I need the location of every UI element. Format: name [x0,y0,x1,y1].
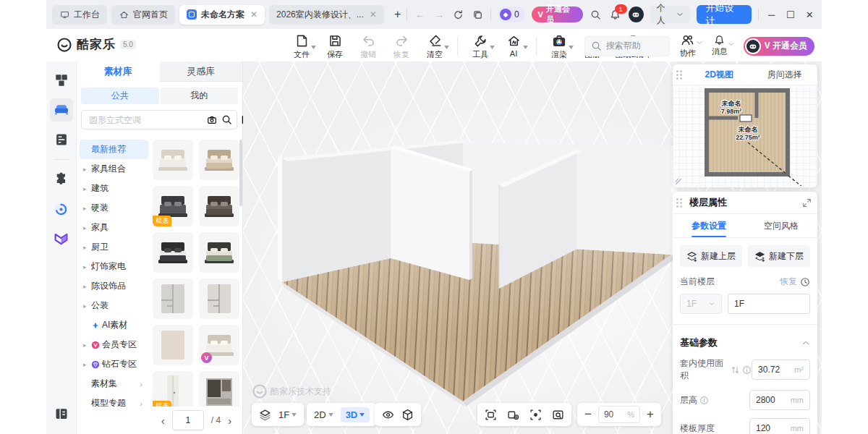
scope-public[interactable]: 公共 [81,88,159,104]
close-tab-icon[interactable]: ✕ [370,9,377,20]
view-3d-button[interactable]: 3D [341,407,370,422]
collapse-icon[interactable] [801,339,810,347]
category-4[interactable]: ▸家具 [80,218,148,237]
param-input-2[interactable]: 120mm [749,418,810,434]
search-icon[interactable] [590,8,602,21]
close-button[interactable]: ✕ [804,9,816,20]
browser-tab-2[interactable]: 未命名方案✕ [179,5,265,25]
restore-button[interactable]: 恢复 [780,276,797,288]
param-input-0[interactable]: 30.72m² [752,359,810,380]
scrollbar[interactable] [239,140,242,206]
new-tab-button[interactable]: + [388,5,407,24]
category-6[interactable]: ▸灯饰家电 [80,257,148,276]
material-item-bed-bw[interactable] [153,232,193,273]
material-item-bed-dark[interactable]: 精选 [153,186,193,226]
material-search-box[interactable] [81,110,237,129]
new-lower-floor-button[interactable]: 新建下层 [748,245,810,267]
param-input-1[interactable]: 2800mm [749,390,810,410]
refresh-icon[interactable] [452,8,464,21]
toolbar-save-button[interactable]: 保存 [318,31,352,60]
toolbar-redo-button[interactable]: 恢复 [385,31,418,60]
tab-parameter-settings[interactable]: 参数设置 [673,214,745,237]
rail-shelf-icon[interactable] [50,128,73,151]
collaborate-button[interactable]: 协作 [680,33,702,59]
cube-view-icon[interactable] [401,409,414,421]
category-0[interactable]: 最新推荐 [80,140,148,159]
toolbar-erase-button[interactable]: 清空 [418,31,451,60]
rail-swirl-icon[interactable] [50,197,73,221]
floor-name-input[interactable]: 1F [728,294,810,314]
start-design-button[interactable]: 开始设计 [697,5,752,24]
notifications-button[interactable]: 1 [609,8,622,21]
swap-icon[interactable] [731,365,740,375]
toolbar-render-button[interactable]: 渲染 [542,31,576,60]
material-search-input[interactable] [88,114,203,126]
new-upper-floor-button[interactable]: 新建上层 [680,245,742,267]
info-icon[interactable] [742,365,752,375]
category-1[interactable]: ▸家具组合 [80,159,148,179]
category-10[interactable]: ▸会员专区 [80,335,148,354]
image-search-icon[interactable] [207,115,217,125]
browser-tab-1[interactable]: 官网首页 [111,5,175,25]
workspace-switcher[interactable]: 个人 [650,6,690,23]
category-5[interactable]: ▸厨卫 [80,237,148,257]
material-item-bed-green[interactable] [199,232,239,273]
browser-tab-3[interactable]: 2026室内装修设计、...✕ [269,5,384,25]
search-icon[interactable] [221,114,232,125]
assistant-avatar[interactable] [629,7,644,22]
category-7[interactable]: ▸陈设饰品 [80,276,148,296]
tab-material-library[interactable]: 素材库 [77,61,160,82]
material-item-wardrobe-grey2[interactable] [199,278,239,319]
zoom-input[interactable]: 90% [598,406,640,423]
category-3[interactable]: ▸硬装 [80,198,148,218]
messages-button[interactable]: 消息 [712,35,733,57]
material-item-wardrobe-grey[interactable] [153,278,193,319]
drag-handle[interactable] [676,70,686,80]
category-13[interactable]: 模型专题› [80,393,148,407]
page-input[interactable]: 1 [172,410,204,430]
open-membership-button[interactable]: V 开通会员 [744,37,814,56]
toolbar-file-button[interactable]: 文件 [285,31,318,60]
coin-balance[interactable]: ◆0 [498,7,525,22]
category-2[interactable]: ▸建筑 [80,179,148,198]
expand-icon[interactable] [802,198,812,208]
close-tab-icon[interactable]: ✕ [250,9,258,20]
info-icon[interactable] [699,396,709,405]
rail-collapse-icon[interactable] [50,402,73,425]
history-clock-icon[interactable] [800,277,810,287]
view-2d-button[interactable]: 2D [314,409,333,420]
zoom-out-button[interactable]: − [584,407,592,422]
help-search-box[interactable]: 搜索帮助 [584,36,670,56]
rail-sofa-icon[interactable] [50,98,73,122]
forward-icon[interactable]: → [433,8,446,21]
design-canvas-3d[interactable]: 酷家乐技术支持 1F 2D 3D − 90% + [243,61,822,434]
toolbar-undo-button[interactable]: 撤销 [352,31,385,60]
prev-page-button[interactable]: ‹ [161,414,165,427]
category-9[interactable]: AI素材 [80,315,148,335]
scope-mine[interactable]: 我的 [161,88,239,104]
material-item-bed-beige[interactable] [199,140,239,180]
zoom-in-button[interactable]: + [647,407,654,422]
rail-blocks-icon[interactable] [50,69,73,92]
material-item-door[interactable]: 精选 [153,371,193,407]
tab-2d-view[interactable]: 2D视图 [686,69,752,81]
floor-select[interactable]: 1F [680,294,722,314]
focus-center-icon[interactable] [529,409,542,421]
material-item-wardrobe-beige[interactable] [153,325,193,365]
material-item-bed-light[interactable] [153,140,193,180]
duplicate-icon[interactable] [472,8,484,21]
drag-handle[interactable] [676,198,686,208]
material-item-bed-white[interactable]: V [199,325,239,365]
floor-switcher[interactable]: 1F [252,403,304,426]
category-8[interactable]: ▸公装 [80,296,148,315]
material-item-cabinet[interactable] [199,371,239,407]
material-item-bed-dark2[interactable] [199,186,239,226]
rail-plugin-icon[interactable] [50,168,73,191]
camera-settings-icon[interactable] [507,409,519,421]
next-page-button[interactable]: › [228,414,231,427]
rail-vpurple-icon[interactable] [50,227,73,250]
toolbar-aihouse-button[interactable]: AI [497,31,530,58]
tab-inspiration-library[interactable]: 灵感库 [160,61,243,82]
zoom-region-icon[interactable] [552,409,564,421]
minimap-floorplan[interactable]: 未命名 7.98m² 未命名 22.75m² [673,85,817,187]
